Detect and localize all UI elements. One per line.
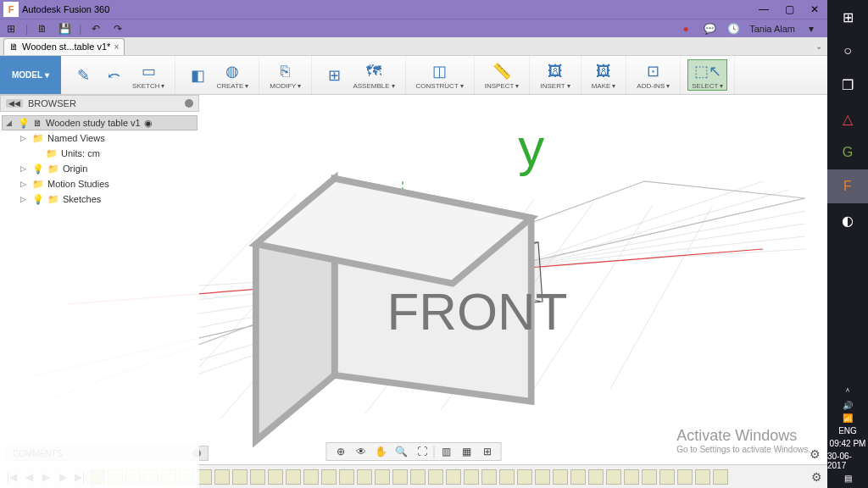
timeline-frame[interactable] — [250, 469, 265, 485]
modify-button[interactable]: ⎘MODIFY▾ — [266, 60, 304, 90]
assemble-icon: 🗺 — [362, 60, 386, 82]
clock-time[interactable]: 09:42 PM — [830, 439, 866, 448]
minimize-button[interactable]: — — [751, 0, 776, 19]
volume-icon[interactable]: 🔊 — [843, 401, 853, 410]
taskbar-icon[interactable]: ◐ — [827, 203, 868, 237]
timeline-frame[interactable] — [713, 469, 728, 485]
timeline-frame[interactable] — [286, 469, 301, 485]
browser-header[interactable]: ◀◀ BROWSER — [0, 95, 199, 112]
tree-item[interactable]: ▷📁Named Views — [2, 130, 198, 146]
create-button[interactable]: ◍CREATE▾ — [213, 60, 252, 90]
browser-options-icon[interactable] — [185, 99, 193, 108]
taskbar-icon[interactable]: F — [827, 169, 868, 203]
taskbar-icon[interactable]: △ — [827, 102, 868, 136]
taskbar-icon[interactable]: G — [827, 136, 868, 169]
tree-root-toggle[interactable]: ◉ — [144, 118, 153, 129]
timeline-frame[interactable] — [214, 469, 230, 485]
timeline-frame[interactable] — [446, 469, 461, 485]
timeline-frame[interactable] — [695, 469, 710, 485]
timeline-frame[interactable] — [642, 469, 657, 485]
document-tab[interactable]: 🗎 Wooden st...table v1* × — [3, 38, 125, 55]
timeline-frame[interactable] — [499, 469, 515, 485]
close-button[interactable]: ✕ — [802, 0, 827, 19]
app-grid-icon[interactable]: ⊞ — [3, 21, 19, 36]
record-icon[interactable]: ● — [678, 21, 693, 36]
timeline-frame[interactable] — [517, 469, 532, 485]
timeline-frame[interactable] — [535, 469, 550, 485]
clock-date[interactable]: 30-06-2017 — [827, 452, 868, 470]
workspace-button[interactable]: MODEL▾ — [0, 56, 61, 94]
timeline-frame[interactable] — [392, 469, 408, 485]
timeline-frame[interactable] — [677, 469, 693, 485]
tree-item[interactable]: ▷💡📁Origin — [2, 161, 198, 176]
look-icon[interactable]: 👁 — [353, 444, 370, 459]
notifications-icon[interactable]: ▤ — [844, 474, 852, 483]
taskbar-icon[interactable]: ⊞ — [827, 0, 868, 34]
timeline-frame[interactable] — [268, 469, 283, 485]
create-button[interactable]: ◧ — [182, 64, 213, 86]
construct-button[interactable]: ◫CONSTRUCT▾ — [413, 60, 467, 90]
timeline-frame[interactable] — [659, 469, 675, 485]
timeline-settings-icon[interactable]: ⚙ — [811, 470, 822, 484]
timeline-frame[interactable] — [624, 469, 639, 485]
viewports-icon[interactable]: ⊞ — [479, 444, 496, 459]
timeline-frame[interactable] — [410, 469, 426, 485]
maximize-button[interactable]: ▢ — [776, 0, 802, 19]
add-ins-button[interactable]: ⊡ADD-INS▾ — [633, 60, 673, 90]
language-indicator[interactable]: ENG — [838, 426, 857, 435]
network-icon[interactable]: 📶 — [843, 413, 853, 423]
zoom-icon[interactable]: 🔍 — [393, 444, 410, 459]
pan-icon[interactable]: ✋ — [373, 444, 390, 459]
browser-tree: ◢ 💡 🗎 Wooden study table v1 ◉ ▷📁Named Vi… — [0, 112, 199, 210]
timeline-frame[interactable] — [428, 469, 443, 485]
inspect-button[interactable]: 📏INSPECT▾ — [481, 60, 523, 90]
tree-item[interactable]: ▷💡📁Sketches — [2, 191, 198, 207]
make-button[interactable]: 🖼MAKE▾ — [588, 60, 620, 90]
close-tab-icon[interactable]: × — [114, 42, 119, 52]
new-file-icon[interactable]: 🗎 — [35, 21, 50, 36]
user-name[interactable]: Tania Alam — [749, 24, 795, 34]
orbit-icon[interactable]: ⊕ — [332, 444, 349, 459]
timeline-frame[interactable] — [570, 469, 586, 485]
timeline-frame[interactable] — [481, 469, 497, 485]
clock-icon[interactable]: 🕓 — [726, 21, 741, 36]
tree-root[interactable]: ◢ 💡 🗎 Wooden study table v1 ◉ — [2, 115, 198, 130]
user-menu-icon[interactable]: ▾ — [804, 21, 819, 36]
select-button[interactable]: ⬚↖SELECT▾ — [687, 59, 727, 91]
add-ins-icon: ⊡ — [642, 60, 665, 82]
chat-icon[interactable]: 💬 — [702, 21, 717, 36]
timeline-frame[interactable] — [588, 469, 604, 485]
settings-gear-icon[interactable]: ⚙ — [810, 447, 821, 461]
pin-icon[interactable]: ◀◀ — [6, 99, 23, 108]
insert-icon: 🖼 — [543, 60, 567, 82]
make-icon: 🖼 — [592, 60, 615, 82]
display-settings-icon[interactable]: ▥ — [438, 444, 455, 459]
tree-item[interactable]: ▷📁Motion Studies — [2, 176, 198, 191]
sketch-button[interactable]: ▭SKETCH▾ — [129, 60, 168, 90]
timeline-frame[interactable] — [606, 469, 621, 485]
expand-ribbon-icon[interactable]: ⌄ — [815, 42, 822, 51]
tray-expand-icon[interactable]: ＾ — [843, 385, 852, 397]
assemble-button[interactable]: 🗺ASSEMBLE▾ — [349, 60, 398, 90]
timeline-frame[interactable] — [321, 469, 337, 485]
doc-icon: 🗎 — [33, 118, 42, 128]
save-icon[interactable]: 💾 — [57, 21, 72, 36]
fit-icon[interactable]: ⛶ — [414, 444, 431, 459]
taskbar-icon[interactable]: ○ — [827, 34, 868, 68]
timeline-frame[interactable] — [303, 469, 319, 485]
insert-button[interactable]: 🖼INSERT▾ — [537, 60, 573, 90]
sketch-button[interactable]: ⤺ — [98, 64, 129, 86]
taskbar-icon[interactable]: ❐ — [827, 68, 868, 102]
grid-settings-icon[interactable]: ▦ — [459, 444, 476, 459]
timeline-frame[interactable] — [339, 469, 354, 485]
timeline-frame[interactable] — [357, 469, 372, 485]
tree-item[interactable]: 📁Units: cm — [2, 146, 198, 161]
timeline-frame[interactable] — [375, 469, 390, 485]
assemble-button[interactable]: ⊞ — [319, 64, 349, 86]
redo-icon[interactable]: ↷ — [110, 21, 125, 36]
undo-icon[interactable]: ↶ — [88, 21, 103, 36]
timeline-frame[interactable] — [464, 469, 479, 485]
timeline-frame[interactable] — [553, 469, 568, 485]
timeline-frame[interactable] — [232, 469, 248, 485]
sketch-button[interactable]: ✎ — [68, 64, 98, 86]
